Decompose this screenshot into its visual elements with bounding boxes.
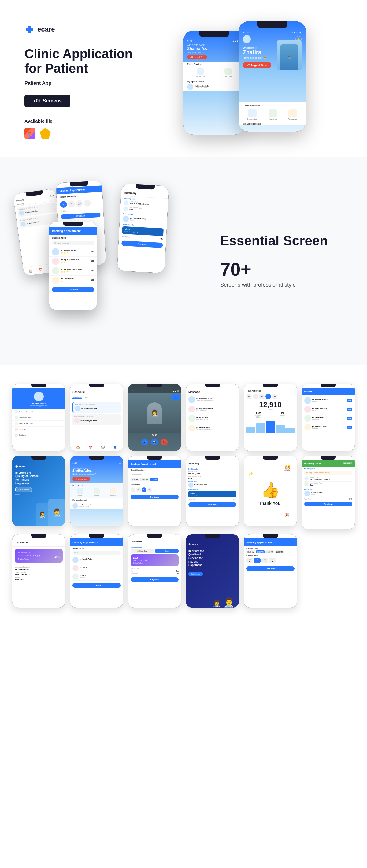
file-icons bbox=[25, 128, 153, 139]
screen-summary-2: Summary Booking Info Date & Time Mon Jul… bbox=[186, 456, 239, 526]
ecare-logo-small: ✚ ecare bbox=[15, 465, 25, 468]
screen-insurance: Insurance Insurance Card **** **** 0329 … bbox=[12, 534, 65, 608]
screen-landing-card: ✚ ecare Improve the Quality of Service f… bbox=[12, 456, 65, 526]
screen-thank-you: 👍 Thank You! 🎊 ✨ 🎉 bbox=[244, 456, 297, 526]
screen-activity: Your Activities 16 17 20 21 22 12,910 St… bbox=[244, 384, 297, 451]
cluster-phone-4: Summary Booking Info Date & Time Mon Jul… bbox=[117, 184, 169, 273]
logo-icon bbox=[25, 25, 34, 34]
screen-booking-variant: Booking Appointment Choose Time 08:00 AM… bbox=[244, 534, 297, 608]
figma-icon bbox=[25, 128, 35, 139]
screen-message: Message dr. Nirmala Azdea Thank you for … bbox=[186, 384, 239, 451]
thank-you-icon: 👍 bbox=[261, 481, 280, 499]
svg-rect-1 bbox=[26, 28, 33, 31]
sketch-icon bbox=[40, 128, 51, 139]
screen-landing-2: ✚ ecare Improve the Quality of Service f… bbox=[186, 534, 239, 608]
screen-payment-summary: Summary Payment Option 💳 Credit Card Cas… bbox=[128, 534, 181, 608]
schedule-title: Schedule bbox=[70, 388, 123, 395]
essential-right: Essential Screen 70+ Screens with profes… bbox=[202, 234, 342, 289]
screen-doctor-list: Doctors dr. Nirmala AzdeaInternist Book … bbox=[302, 384, 355, 451]
brand-name: ecare bbox=[37, 25, 55, 33]
hero-title: Clinic Application for Patient bbox=[25, 46, 153, 76]
screen-booking-apt: Booking Appointment Select Schedule Sele… bbox=[128, 456, 181, 526]
activity-steps: 12,910 bbox=[244, 401, 297, 408]
essential-desc: Screens with professional style bbox=[220, 281, 342, 289]
phone-mockup-front: 11:20 ▲▲▲⊡ 🔔 Welcome! Zhafira Have a nic… bbox=[238, 22, 306, 131]
screen-profile: Zhafira Azdea zhafiraazdea@gmail.com Acc… bbox=[12, 384, 65, 451]
screens-grid: Zhafira Azdea zhafiraazdea@gmail.com Acc… bbox=[12, 384, 355, 608]
thank-you-text: Thank You! bbox=[259, 501, 282, 506]
hero-subtitle: Patient App bbox=[25, 81, 153, 86]
screen-emergency: 11:20⊡ WELCOME BACK Zhafira Azlea Need e… bbox=[70, 456, 123, 526]
screen-schedule: Schedule Upcoming Past Wed Sep 21 | 8:00… bbox=[70, 384, 123, 451]
hero-left: ecare Clinic Application for Patient Pat… bbox=[25, 18, 153, 139]
phone-mockup-back: 11:20 ▲▲▲ ⊡ WELCOME BACK Zhafira Az... N… bbox=[184, 31, 245, 135]
screens-badge: 70+ Screens bbox=[25, 95, 70, 107]
screen-video-call: 11:20▲▲▲ ⊡ 👩‍⚕️ 👤 04:41 🎤 📷 📞 bbox=[128, 384, 181, 451]
essential-count: 70+ bbox=[220, 260, 342, 279]
cluster-phone-3: Booking Appointment Choose Doctor 🔍 Sear… bbox=[49, 221, 97, 310]
landing-text: Improve the Quality of Service for Patie… bbox=[15, 471, 40, 486]
phones-cluster: SchedulePast Upcoming Wed Sep 21 | 8:00 … bbox=[25, 182, 202, 341]
screen-booking-schedule: Booking Appointment Select Doctor 🔍 Sear… bbox=[70, 534, 123, 608]
logo: ecare bbox=[25, 25, 153, 34]
essential-title: Essential Screen bbox=[220, 234, 342, 248]
profile-email: zhafiraazdea@gmail.com bbox=[15, 405, 63, 407]
screens-section: Zhafira Azdea zhafiraazdea@gmail.com Acc… bbox=[0, 365, 367, 626]
hero-phones: 11:20 ▲▲▲ ⊡ WELCOME BACK Zhafira Az... N… bbox=[165, 18, 342, 135]
profile-name: Zhafira Azdea bbox=[15, 403, 63, 405]
screen-booking-detail: Booking Detail Upcoming Booking Info Try… bbox=[302, 456, 355, 529]
available-file-label: Available file bbox=[25, 118, 153, 124]
essential-section: SchedulePast Upcoming Wed Sep 21 | 8:00 … bbox=[0, 157, 367, 365]
hero-section: ecare Clinic Application for Patient Pat… bbox=[0, 0, 367, 157]
